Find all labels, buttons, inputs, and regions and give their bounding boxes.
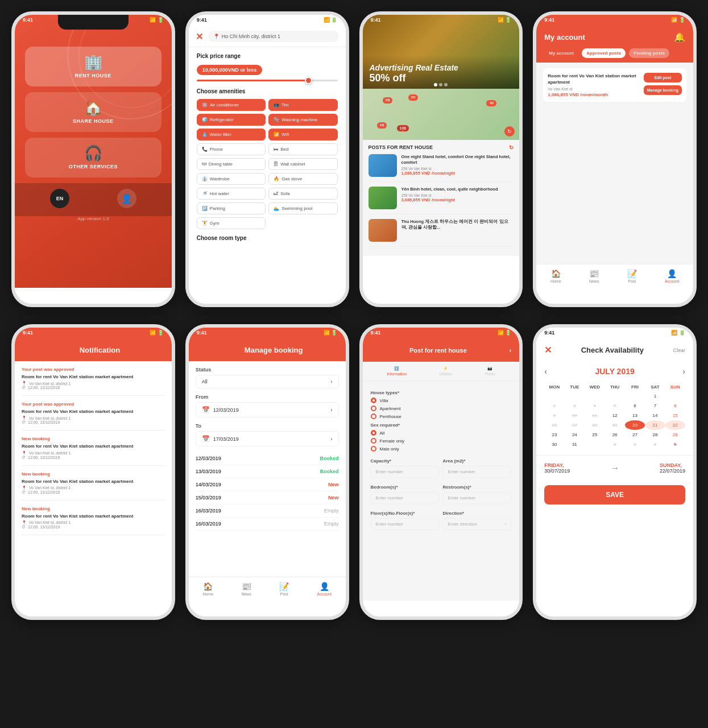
amenity-bed[interactable]: 🛏 Bed xyxy=(268,143,337,155)
restroom-input[interactable]: Enter number xyxy=(442,492,511,504)
map-refresh-button[interactable]: ↻ xyxy=(504,126,515,136)
post-item-2[interactable]: Yên Binh hotel, clean, cool, quite neigh… xyxy=(369,187,514,214)
amenity-washing-machine[interactable]: 🫧 Washing machine xyxy=(268,114,337,126)
floor-input[interactable]: Enter number xyxy=(371,518,440,530)
amenity-wardrobe[interactable]: 👔 Wardrobe xyxy=(197,173,266,185)
notif-item-1[interactable]: Your post was approved Room for rent Vo … xyxy=(22,367,165,396)
cal-day-23[interactable]: 23 xyxy=(544,430,564,440)
filter-body: Pick price range 10,000,000VND or less C… xyxy=(189,47,346,251)
menu-other-services[interactable]: 🎧 OTHER SERVICES xyxy=(25,138,162,177)
menu-rent-house[interactable]: 🏢 RENT HOUSE xyxy=(25,47,162,86)
amenity-refrigerator[interactable]: 🧊 Refrigerator xyxy=(197,114,266,126)
manage-booking-button[interactable]: Manage booking xyxy=(644,85,682,95)
cal-day-27[interactable]: 27 xyxy=(625,430,645,440)
post-tab-photo[interactable]: 📷 Photo xyxy=(485,366,495,376)
clear-button[interactable]: Clear xyxy=(673,348,685,353)
edit-post-button[interactable]: Edit post xyxy=(644,73,682,82)
sex-all[interactable]: All xyxy=(371,430,512,436)
nav-account-6[interactable]: 👤 Account xyxy=(317,582,332,596)
tab-approved-posts[interactable]: Approved posts xyxy=(582,48,626,58)
cal-day-13[interactable]: 13 xyxy=(625,411,645,420)
save-availability-button[interactable]: SAVE xyxy=(544,485,685,504)
cal-day-21-range[interactable]: 21 xyxy=(645,420,665,430)
refresh-icon[interactable]: ↻ xyxy=(509,144,514,151)
status-select[interactable]: All › xyxy=(196,375,339,388)
cal-day-22-range[interactable]: 22 xyxy=(665,420,685,430)
cal-day-26[interactable]: 26 xyxy=(605,430,624,440)
notif-item-4[interactable]: New booking Room for rent Vo Van Kiet st… xyxy=(22,471,165,500)
price-slider[interactable] xyxy=(197,80,338,81)
booking-table: 12/03/2019 Booked 13/03/2019 Booked 14/0… xyxy=(196,452,339,531)
house-type-penthouse[interactable]: Penthouse xyxy=(371,413,512,419)
capacity-input[interactable]: Enter number xyxy=(371,466,440,478)
amenity-tivi[interactable]: 📺 Tivi xyxy=(268,99,337,111)
cal-day-31[interactable]: 31 xyxy=(565,440,585,449)
close-notification-button[interactable]: ✕ xyxy=(23,345,30,355)
tab-pending-posts[interactable]: Pending posts xyxy=(629,48,669,58)
nav-home-4[interactable]: 🏠 Home xyxy=(550,269,561,283)
amenity-dining-table[interactable]: 🍽 Dining table xyxy=(197,158,266,170)
amenity-water-filter[interactable]: 💧 Water filter xyxy=(197,129,266,140)
area-input[interactable]: Enter number xyxy=(442,466,511,478)
menu-share-house[interactable]: 🏠 SHARE HOUSE xyxy=(25,92,162,132)
prev-month-button[interactable]: ‹ xyxy=(544,367,547,376)
nav-news-6[interactable]: 📰 News xyxy=(241,582,251,596)
post-tab-utilities[interactable]: ⚡ Utilities xyxy=(439,366,452,376)
tab-my-account[interactable]: My account xyxy=(544,48,578,58)
post-item-1[interactable]: One night Stand hotel, comfort One night… xyxy=(369,154,514,182)
house-type-apartment[interactable]: Apartment xyxy=(371,406,512,411)
amenity-phone[interactable]: 📞 Phone xyxy=(197,143,266,155)
range-thumb[interactable] xyxy=(305,77,312,84)
nav-post-6[interactable]: 📝 Post xyxy=(279,582,289,596)
post-item-3[interactable]: Thu Huong 게스트 하우스는 에어컨 이 완비되어 있으며, 관심을 사… xyxy=(369,219,514,247)
cal-day-14[interactable]: 14 xyxy=(645,411,665,420)
amenity-wifi[interactable]: 📶 Wifi xyxy=(268,129,337,140)
sex-female[interactable]: Female only xyxy=(371,438,512,444)
notif-item-3[interactable]: New booking Room for rent Vo Van Kiet st… xyxy=(22,436,165,465)
cal-day-30[interactable]: 30 xyxy=(544,440,564,449)
close-filter-button[interactable]: ✕ xyxy=(196,31,203,42)
amenity-hot-water[interactable]: 🚿 Hot water xyxy=(197,188,266,200)
sex-male[interactable]: Male only xyxy=(371,446,512,452)
cal-day-7[interactable]: 7 xyxy=(645,401,665,411)
cal-day-8[interactable]: 8 xyxy=(665,401,685,411)
cal-day-6[interactable]: 6 xyxy=(625,401,645,411)
house-type-villa[interactable]: Villa xyxy=(371,398,512,403)
amenity-wall-cabinet[interactable]: 🗄 Wall cabinet xyxy=(268,158,337,170)
language-button[interactable]: EN xyxy=(50,189,69,208)
cal-day-28[interactable]: 28 xyxy=(645,430,665,440)
cal-day-20-selected[interactable]: 20 xyxy=(625,420,645,430)
notif-item-5[interactable]: New booking Room for rent Vo Van Kiet st… xyxy=(22,506,165,535)
from-date-picker[interactable]: 📅 12/03/2019 › xyxy=(196,402,339,417)
cal-day-29[interactable]: 29 xyxy=(665,430,685,440)
direction-input[interactable]: Enter direction › xyxy=(442,518,511,530)
amenity-swimming-pool[interactable]: 🏊 Swimming pool xyxy=(268,202,337,214)
close-booking-button[interactable]: ✕ xyxy=(197,345,204,355)
amenity-air-conditioner[interactable]: ❄️ Air conditioner xyxy=(197,99,266,111)
user-button[interactable]: 👤 xyxy=(117,189,136,208)
cal-day-12[interactable]: 12 xyxy=(605,411,624,420)
amenity-gas-stove[interactable]: 🔥 Gas stove xyxy=(268,173,337,185)
cal-day-24[interactable]: 24 xyxy=(565,430,585,440)
status-bar-1: 9:41 📶 🔋 xyxy=(15,15,172,25)
day-wed: WED xyxy=(585,383,605,391)
cal-day-next-5: 5 xyxy=(665,440,685,449)
amenity-sofa[interactable]: 🛋 Sofa xyxy=(268,188,337,200)
phone-rent-house: 9:41 📶 🔋 🏢 RENT HOUSE 🏠 SHARE HOUSE 🎧 OT… xyxy=(11,11,175,307)
bedroom-input[interactable]: Enter number xyxy=(371,492,440,504)
to-date-picker[interactable]: 📅 17/03/2019 › xyxy=(196,431,339,446)
nav-home-6[interactable]: 🏠 Home xyxy=(202,582,213,596)
notif-item-2[interactable]: Your post was approved Room for rent Vo … xyxy=(22,402,165,431)
close-availability-button[interactable]: ✕ xyxy=(544,345,552,355)
amenity-gym[interactable]: 🏋 Gym xyxy=(197,217,266,229)
amenity-parking[interactable]: 🅿️ Parking xyxy=(197,202,266,214)
cal-day-15[interactable]: 15 xyxy=(665,411,685,420)
nav-post-4[interactable]: 📝 Post xyxy=(627,269,637,283)
location-input[interactable]: 📍 Ho Chi Minh city, district 1 xyxy=(208,31,339,42)
next-month-button[interactable]: › xyxy=(682,367,685,376)
cal-day-1[interactable]: 1 xyxy=(645,391,665,401)
nav-account-4[interactable]: 👤 Account xyxy=(665,269,679,283)
nav-news-4[interactable]: 📰 News xyxy=(589,269,599,283)
post-tab-info[interactable]: ℹ️ Information xyxy=(387,366,407,376)
cal-day-25[interactable]: 25 xyxy=(585,430,605,440)
